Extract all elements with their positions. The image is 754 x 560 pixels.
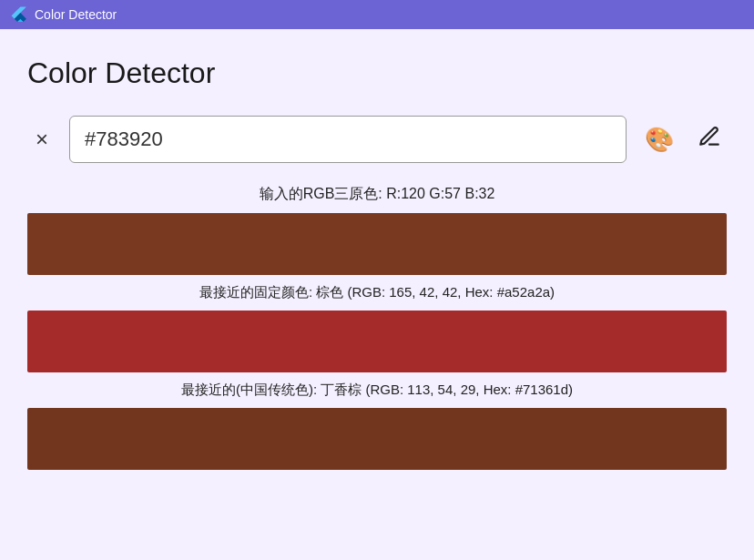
main-content: Color Detector × 🎨 输入的RGB三原色: R:120 G:57… bbox=[0, 29, 754, 560]
nearest-fixed-swatch bbox=[27, 311, 727, 372]
nearest-chinese-swatch bbox=[27, 408, 727, 470]
rgb-section: 输入的RGB三原色: R:120 G:57 B:32 bbox=[27, 185, 727, 275]
palette-button[interactable]: 🎨 bbox=[639, 122, 679, 158]
picker-icon bbox=[698, 125, 721, 154]
page-heading: Color Detector bbox=[27, 56, 727, 90]
flutter-icon bbox=[11, 6, 27, 23]
rgb-label: 输入的RGB三原色: R:120 G:57 B:32 bbox=[27, 185, 727, 204]
input-color-swatch bbox=[27, 213, 727, 275]
nearest-chinese-section: 最接近的(中国传统色): 丁香棕 (RGB: 113, 54, 29, Hex:… bbox=[27, 382, 727, 470]
hex-input[interactable] bbox=[69, 116, 627, 163]
nearest-chinese-label: 最接近的(中国传统色): 丁香棕 (RGB: 113, 54, 29, Hex:… bbox=[27, 382, 727, 399]
picker-button[interactable] bbox=[692, 121, 727, 158]
input-row: × 🎨 bbox=[27, 116, 727, 163]
nearest-fixed-section: 最接近的固定颜色: 棕色 (RGB: 165, 42, 42, Hex: #a5… bbox=[27, 284, 727, 372]
clear-icon: × bbox=[36, 127, 48, 152]
clear-button[interactable]: × bbox=[27, 123, 56, 156]
palette-icon: 🎨 bbox=[645, 126, 674, 154]
titlebar: Color Detector bbox=[0, 0, 754, 29]
titlebar-title: Color Detector bbox=[35, 7, 117, 22]
nearest-fixed-label: 最接近的固定颜色: 棕色 (RGB: 165, 42, 42, Hex: #a5… bbox=[27, 284, 727, 301]
